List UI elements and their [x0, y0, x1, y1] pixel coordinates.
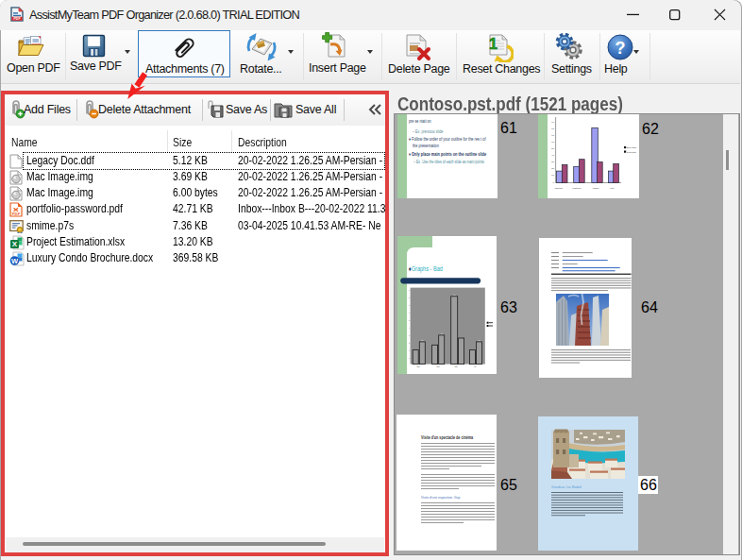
svg-text:80: 80 — [551, 127, 554, 130]
svg-text:10: 10 — [551, 174, 554, 177]
svg-text:PDF: PDF — [12, 212, 21, 216]
svg-text:January: January — [555, 187, 564, 190]
svg-text:– Ex. Use the titles of each s: – Ex. Use the titles of each slide as ma… — [413, 160, 484, 165]
svg-text:W: W — [11, 257, 19, 265]
svg-text:♦ Only place main points on th: ♦ Only place main points on the outline … — [409, 152, 487, 158]
svg-text:PDF: PDF — [13, 17, 21, 21]
svg-text:31: 31 — [441, 332, 443, 334]
svg-text:Blue balls: Blue balls — [627, 146, 637, 148]
svg-text:Apr: Apr — [474, 365, 477, 367]
svg-text:2: 2 — [409, 342, 410, 344]
svg-text:– Ex. previous slide: – Ex. previous slide — [413, 129, 444, 135]
svg-text:8: 8 — [409, 297, 410, 298]
svg-text:February: February — [572, 187, 582, 190]
svg-text:0: 0 — [553, 181, 555, 184]
svg-text:?: ? — [616, 39, 626, 58]
svg-text:pre se ntati on: pre se ntati on — [409, 119, 431, 125]
svg-text:7: 7 — [409, 304, 410, 306]
svg-text:X: X — [12, 240, 18, 248]
svg-text:40: 40 — [551, 154, 554, 157]
svg-text:the presentation: the presentation — [413, 144, 439, 149]
svg-text:1: 1 — [409, 349, 410, 351]
svg-text:22: 22 — [478, 339, 480, 341]
svg-text:1: 1 — [489, 36, 497, 52]
svg-text:Grandeza. Los Madrid: Grandeza. Los Madrid — [551, 485, 582, 489]
svg-text:Red balls: Red balls — [627, 151, 636, 153]
svg-text:6: 6 — [409, 312, 410, 314]
svg-text:20: 20 — [551, 167, 554, 170]
svg-text:Jan: Jan — [417, 365, 420, 367]
svg-text:60: 60 — [551, 141, 554, 144]
svg-text:3: 3 — [409, 334, 410, 336]
svg-text:♦ Follow the order of your out: ♦ Follow the order of your outline for t… — [409, 137, 486, 143]
svg-text:70: 70 — [551, 134, 554, 137]
svg-text:March: March — [593, 187, 599, 190]
svg-text:April: April — [610, 187, 615, 190]
svg-text:50: 50 — [551, 147, 554, 150]
svg-text:72: 72 — [453, 294, 455, 296]
svg-text:90: 90 — [551, 121, 554, 124]
svg-text:9: 9 — [409, 289, 410, 291]
svg-text:0: 0 — [409, 357, 410, 359]
svg-text:Visite d'une exposition. Gap: Visite d'une exposition. Gap — [421, 496, 460, 500]
svg-text:22: 22 — [421, 339, 423, 341]
svg-text:Feb: Feb — [436, 365, 439, 367]
svg-text:5: 5 — [409, 319, 410, 321]
svg-text:Mar: Mar — [454, 365, 457, 367]
svg-text:30: 30 — [551, 161, 554, 163]
svg-text:Visite d'un spectacle de ciném: Visite d'un spectacle de cinéma — [421, 435, 474, 441]
svg-text:4: 4 — [409, 327, 410, 329]
svg-text:♦Graphs - Bad: ♦Graphs - Bad — [409, 265, 444, 274]
